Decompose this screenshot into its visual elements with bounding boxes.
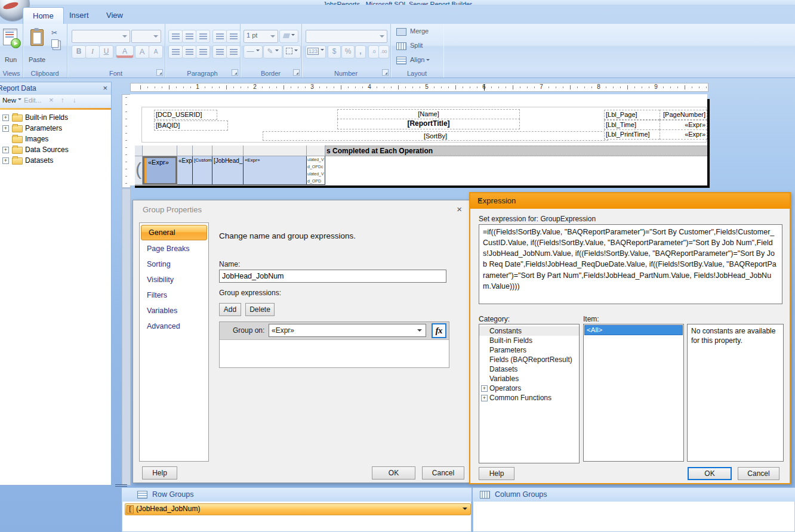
delete-icon[interactable]: × [49, 95, 54, 104]
textbox-baqid[interactable]: [BAQID] [154, 120, 228, 131]
tree-item-data-sources[interactable]: +Data Sources [0, 144, 111, 155]
increase-indent-button[interactable] [226, 30, 241, 43]
border-style-button[interactable]: — [244, 45, 263, 58]
decrease-decimal-button[interactable]: .00 [378, 45, 389, 58]
merge-button[interactable]: Merge [396, 27, 429, 39]
number-dialog-launcher-icon[interactable] [382, 69, 389, 76]
delete-button[interactable]: Delete [245, 303, 275, 316]
expand-icon[interactable]: + [2, 147, 9, 153]
category-fields[interactable]: Fields (BAQReportResult) [479, 355, 579, 364]
textbox-printtime-expr[interactable]: «Expr» [660, 129, 707, 140]
category-datasets[interactable]: Datasets [479, 364, 579, 374]
font-name-combo[interactable] [72, 30, 130, 43]
tree-item-datasets[interactable]: +Datasets [0, 155, 111, 166]
tablix-header-cell[interactable] [177, 146, 193, 156]
expand-icon[interactable]: + [481, 385, 488, 392]
nav-item-filters[interactable]: Filters [140, 287, 208, 303]
ok-button[interactable]: OK [688, 467, 732, 480]
nav-item-page-breaks[interactable]: Page Breaks [140, 241, 208, 256]
category-operators[interactable]: +Operators [479, 383, 579, 393]
grow-font-button[interactable]: A [135, 45, 149, 58]
help-button[interactable]: Help [142, 466, 177, 480]
border-dialog-launcher-icon[interactable] [293, 69, 300, 76]
nav-item-sorting[interactable]: Sorting [140, 256, 208, 272]
ok-button[interactable]: OK [372, 466, 415, 480]
font-color-button[interactable]: A [116, 45, 134, 58]
close-icon[interactable]: × [477, 196, 782, 205]
align-top-button[interactable] [168, 30, 183, 43]
expand-icon[interactable]: + [2, 125, 9, 132]
textbox-page-number[interactable]: [PageNumber] [660, 110, 707, 120]
chevron-down-icon[interactable] [463, 508, 467, 512]
tablix-cell[interactable]: «Expr» [244, 156, 307, 185]
tablix[interactable]: s Completed at Each Operation ( «Expr» «… [135, 146, 702, 185]
align-center-button[interactable] [182, 45, 196, 58]
nav-item-variables[interactable]: Variables [140, 303, 208, 318]
tablix-cell-group-expr-selected[interactable]: «Expr» [143, 156, 177, 185]
tablix-header-cell[interactable] [244, 146, 307, 156]
font-dialog-launcher-icon[interactable] [156, 69, 163, 76]
splitter-grip[interactable] [115, 484, 127, 485]
tree-item-built-in-fields[interactable]: +Built-in Fields [0, 112, 111, 123]
tablix-cell[interactable]: «Exp [177, 156, 193, 185]
percent-button[interactable]: % [341, 45, 355, 58]
decrease-indent-button[interactable] [212, 30, 227, 43]
nav-item-advanced[interactable]: Advanced [140, 318, 208, 334]
category-common-functions[interactable]: +Common Functions [479, 393, 579, 403]
paragraph-dialog-launcher-icon[interactable] [232, 69, 238, 76]
row-group-item[interactable]: [ (JobHead_JobNum) [125, 503, 471, 515]
group-name-input[interactable] [219, 270, 446, 283]
italic-button[interactable]: I [85, 45, 100, 58]
move-down-icon[interactable]: ↓ [73, 97, 76, 104]
fill-color-button[interactable] [279, 30, 298, 43]
bold-button[interactable]: B [72, 45, 86, 58]
border-width-combo[interactable]: 1 pt [244, 30, 278, 43]
paste-button[interactable]: Paste [26, 26, 48, 64]
underline-button[interactable]: U [99, 45, 113, 58]
align-bottom-button[interactable] [196, 30, 210, 43]
help-button[interactable]: Help [479, 467, 514, 480]
number-format-combo[interactable] [306, 30, 387, 43]
align-left-button[interactable] [168, 45, 183, 58]
tablix-cell[interactable]: [Custom [193, 156, 212, 185]
expression-fx-button[interactable]: fx [432, 323, 446, 338]
numbered-list-button[interactable] [226, 45, 241, 58]
thousands-separator-button[interactable]: , [355, 45, 366, 58]
splitter-grip[interactable] [115, 486, 127, 487]
textbox-lbl-printtime[interactable]: [Lbl_PrintTime] [604, 129, 662, 140]
tab-insert[interactable]: Insert [60, 7, 98, 24]
expand-icon[interactable]: + [2, 157, 9, 164]
tablix-header-cell[interactable] [307, 146, 325, 156]
align-middle-button[interactable] [182, 30, 196, 43]
close-icon[interactable]: × [457, 204, 462, 214]
tree-item-images[interactable]: Images [0, 134, 111, 144]
category-constants[interactable]: Constants [479, 326, 579, 336]
tablix-corner-handle[interactable] [135, 146, 143, 156]
textbox-lbl-time[interactable]: [Lbl_Time] [604, 120, 662, 130]
tablix-header-cell[interactable] [212, 146, 244, 156]
textbox-sortby[interactable]: [SortBy] [263, 131, 608, 141]
tab-home[interactable]: Home [23, 7, 64, 24]
nav-item-general[interactable]: General [141, 225, 207, 240]
edit-button[interactable]: Edit... [24, 97, 41, 104]
design-surface[interactable]: [DCD_USERID] [BAQID] [Name] [ReportTitle… [130, 94, 707, 185]
textbox-report-title[interactable]: [ReportTitle] [337, 119, 520, 129]
expand-icon[interactable]: + [481, 395, 488, 401]
new-button[interactable]: New [2, 97, 21, 104]
left-scroll-strip[interactable] [122, 188, 131, 485]
cancel-button[interactable]: Cancel [422, 466, 464, 480]
expand-icon[interactable]: + [2, 115, 9, 121]
copy-icon[interactable] [51, 39, 58, 48]
group-on-combo[interactable]: «Expr» [269, 324, 426, 337]
category-built-in-fields[interactable]: Built-in Fields [479, 336, 579, 345]
textbox-lbl-page[interactable]: [Lbl_Page] [604, 110, 662, 120]
item-all-selected[interactable]: <All> [584, 325, 683, 335]
close-icon[interactable]: × [103, 83, 107, 92]
nav-item-visibility[interactable]: Visibility [140, 272, 208, 287]
tablix-header-cell[interactable] [193, 146, 212, 156]
split-button[interactable]: Split [396, 42, 423, 54]
increase-decimal-button[interactable]: .0 [368, 45, 379, 58]
tab-view[interactable]: View [97, 7, 132, 24]
row-group-handle[interactable]: ( [135, 156, 143, 185]
align-right-button[interactable] [196, 45, 210, 58]
